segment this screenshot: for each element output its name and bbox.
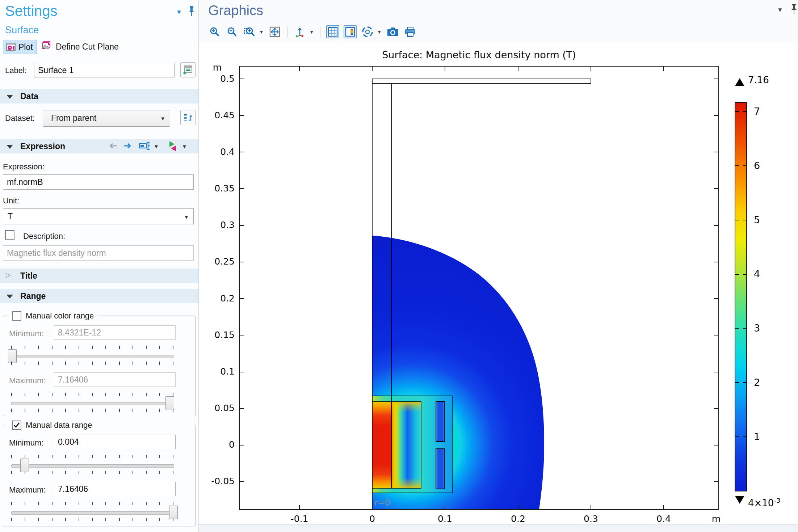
color-min-input xyxy=(54,325,176,340)
expand-triangle-icon: ▷ xyxy=(6,271,11,279)
insert-expression-icon[interactable] xyxy=(139,141,151,151)
section-range[interactable]: Range xyxy=(0,289,198,303)
chevron-down-icon[interactable]: ▼ xyxy=(309,29,314,35)
evaluate-icon[interactable] xyxy=(167,140,178,152)
graphics-panel-title: Graphics xyxy=(208,3,263,18)
chevron-down-icon: ▼ xyxy=(160,115,165,122)
show-window-icon xyxy=(183,65,193,75)
define-cut-plane-label: Define Cut Plane xyxy=(56,42,119,52)
unit-value: T xyxy=(8,212,13,221)
data-max-input[interactable] xyxy=(54,482,176,496)
section-range-title: Range xyxy=(20,291,46,301)
zoom-out-icon[interactable] xyxy=(226,25,239,38)
unit-combobox[interactable]: T ▼ xyxy=(3,208,194,224)
forward-arrow-icon[interactable] xyxy=(122,141,133,151)
chevron-down-icon: ▼ xyxy=(184,214,189,220)
graphics-panel: Graphics ▼ ▼ xyxy=(199,0,798,532)
data-max-slider[interactable] xyxy=(11,511,174,515)
collapse-triangle-icon xyxy=(7,95,13,99)
dataset-value: From parent xyxy=(51,113,96,123)
dataset-combobox[interactable]: From parent ▼ xyxy=(43,110,170,127)
comsol-window: Settings ▼ Surface Plot Define Cut Plane… xyxy=(0,0,798,532)
slider-ticks xyxy=(11,346,173,349)
toolbar-separator xyxy=(320,26,320,37)
section-data[interactable]: Data xyxy=(0,89,198,104)
chevron-down-icon[interactable]: ▼ xyxy=(154,143,159,149)
max-caption: Maximum: xyxy=(9,376,46,385)
collapse-triangle-icon xyxy=(7,145,13,149)
graphics-header: Graphics ▼ ▼ xyxy=(199,0,798,43)
settings-panel-title: Settings xyxy=(5,3,58,19)
zoom-box-icon[interactable] xyxy=(243,25,256,38)
section-expression-title: Expression xyxy=(20,142,65,151)
section-expression[interactable]: Expression ▼ ▼ xyxy=(0,139,198,153)
plot-button-label: Plot xyxy=(18,42,33,52)
settings-panel: Settings ▼ Surface Plot Define Cut Plane… xyxy=(0,0,199,532)
slider-ticks xyxy=(11,409,173,412)
bottom-panel-edge xyxy=(199,524,798,532)
expression-caption: Expression: xyxy=(3,162,45,172)
show-color-legend-icon[interactable] xyxy=(344,25,357,38)
color-max-input xyxy=(54,372,176,387)
plot-icon xyxy=(6,43,16,51)
manual-color-range-checkbox[interactable] xyxy=(12,311,21,321)
unit-caption: Unit: xyxy=(3,196,19,206)
data-min-slider[interactable] xyxy=(11,464,174,468)
manual-data-range-group: Manual data range Minimum: Maximum: xyxy=(3,425,196,527)
color-min-slider-handle[interactable] xyxy=(8,349,17,363)
define-cut-plane-icon xyxy=(41,41,52,53)
label-input[interactable] xyxy=(34,63,175,77)
show-grid-icon[interactable] xyxy=(326,25,339,38)
back-arrow-icon[interactable] xyxy=(107,141,118,151)
description-input xyxy=(3,245,194,261)
slider-ticks xyxy=(11,362,173,365)
color-min-slider[interactable] xyxy=(11,355,174,358)
slider-ticks xyxy=(11,393,173,396)
color-max-slider-handle[interactable] xyxy=(165,396,174,410)
data-min-input[interactable] xyxy=(54,435,176,449)
print-icon[interactable] xyxy=(404,25,417,38)
graphics-toolbar: ▼ ▼ ▼ xyxy=(208,25,417,39)
manual-color-range-label: Manual color range xyxy=(26,311,94,321)
zoom-in-icon[interactable] xyxy=(208,25,221,38)
slider-ticks xyxy=(11,455,173,458)
plot-button[interactable]: Plot xyxy=(3,40,37,54)
image-snapshot-icon[interactable] xyxy=(386,25,399,38)
color-max-slider[interactable] xyxy=(11,402,174,405)
slider-ticks xyxy=(11,502,173,505)
chevron-down-icon[interactable]: ▼ xyxy=(182,143,187,149)
expression-input[interactable] xyxy=(3,174,194,190)
min-caption: Minimum: xyxy=(9,438,43,448)
section-title[interactable]: ▷ Title xyxy=(0,269,198,283)
slider-ticks xyxy=(11,471,173,474)
manual-data-range-checkbox[interactable] xyxy=(12,421,21,430)
graphics-menu-caret-icon[interactable]: ▼ xyxy=(777,7,783,14)
description-checkbox[interactable] xyxy=(5,230,14,240)
chevron-down-icon[interactable]: ▼ xyxy=(259,29,264,35)
max-caption: Maximum: xyxy=(9,485,46,495)
toolbar-separator xyxy=(287,26,287,37)
settings-menu-caret-icon[interactable]: ▼ xyxy=(176,9,182,16)
description-caption: Description: xyxy=(23,232,65,241)
slider-ticks xyxy=(11,518,173,521)
collapse-triangle-icon xyxy=(7,295,13,299)
section-title-title: Title xyxy=(20,271,37,281)
go-to-view-icon[interactable] xyxy=(293,25,306,38)
manual-color-range-group: Manual color range Minimum: Maximum: xyxy=(3,316,196,416)
define-cut-plane-button[interactable]: Define Cut Plane xyxy=(41,41,119,53)
manual-data-range-label: Manual data range xyxy=(26,421,92,430)
section-data-title: Data xyxy=(20,92,38,101)
scene-light-icon[interactable] xyxy=(361,25,374,38)
dataset-caption: Dataset: xyxy=(5,114,35,123)
min-caption: Minimum: xyxy=(9,329,43,338)
go-to-source-button[interactable] xyxy=(180,110,196,125)
settings-pin-icon[interactable] xyxy=(188,6,196,17)
data-min-slider-handle[interactable] xyxy=(20,459,29,472)
zoom-extents-icon[interactable] xyxy=(268,25,281,38)
chevron-down-icon[interactable]: ▼ xyxy=(377,29,382,35)
graphics-pin-icon[interactable] xyxy=(790,4,798,14)
label-field-caption: Label: xyxy=(5,66,27,75)
settings-node-name: Surface xyxy=(5,25,39,36)
data-max-slider-handle[interactable] xyxy=(169,506,178,519)
show-window-button[interactable] xyxy=(180,62,196,77)
